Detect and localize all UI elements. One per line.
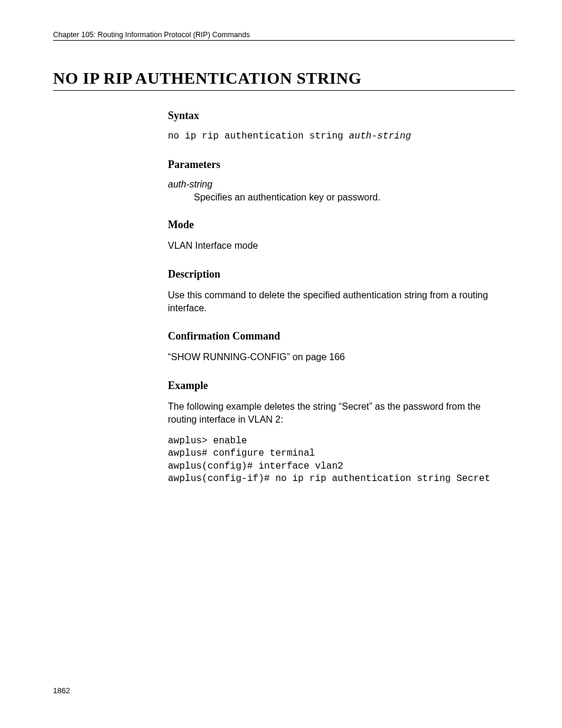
mode-heading: Mode [168, 219, 509, 231]
parameter-name: auth-string [168, 179, 509, 190]
description-text: Use this command to delete the specified… [168, 289, 509, 315]
syntax-command-arg: auth-string [349, 131, 411, 141]
parameter-description: Specifies an authentication key or passw… [194, 191, 509, 204]
mode-text: VLAN Interface mode [168, 239, 509, 252]
page-container: Chapter 105: Routing Information Protoco… [0, 0, 562, 728]
confirmation-heading: Confirmation Command [168, 330, 509, 342]
spacer [168, 427, 509, 435]
description-heading: Description [168, 268, 509, 281]
page-title: NO IP RIP AUTHENTICATION STRING [53, 69, 515, 88]
confirmation-text: “SHOW RUNNING-CONFIG” on page 166 [168, 351, 509, 364]
example-intro: The following example deletes the string… [168, 400, 509, 427]
syntax-command: no ip rip authentication string auth-str… [168, 130, 509, 143]
header-rule [53, 40, 515, 41]
chapter-header: Chapter 105: Routing Information Protoco… [53, 31, 515, 39]
syntax-command-prefix: no ip rip authentication string [168, 131, 349, 141]
parameters-heading: Parameters [168, 159, 509, 171]
title-rule [53, 90, 515, 91]
content-column: Syntax no ip rip authentication string a… [168, 110, 509, 486]
syntax-heading: Syntax [168, 110, 509, 122]
example-code: awplus> enable awplus# configure termina… [168, 435, 509, 486]
page-number: 1862 [53, 686, 70, 695]
example-heading: Example [168, 380, 509, 392]
